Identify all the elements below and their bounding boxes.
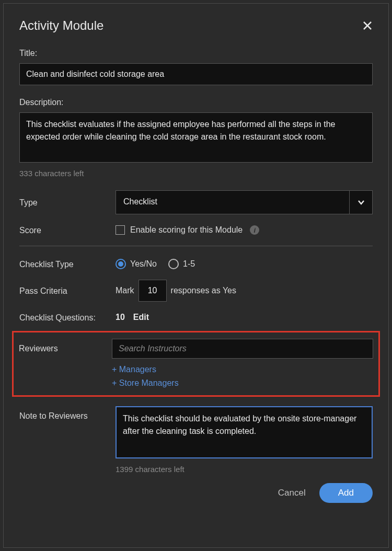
reviewers-row: Reviewers + Managers + Store Managers [19, 339, 373, 388]
reviewers-highlight: Reviewers + Managers + Store Managers [12, 331, 380, 397]
radio-icon [116, 259, 126, 269]
note-textarea[interactable] [116, 406, 373, 458]
enable-scoring-checkbox[interactable] [116, 225, 125, 235]
pass-criteria-row: Pass Criteria Mark responses as Yes [19, 280, 373, 302]
description-textarea[interactable] [19, 112, 373, 163]
description-chars-left: 333 characters left [19, 169, 373, 178]
checklist-questions-count: 10 [116, 313, 125, 322]
activity-module-modal: Activity Module Title: Description: 333 … [3, 3, 389, 548]
checklist-questions-row: Checklist Questions: 10 Edit [19, 312, 373, 323]
type-select[interactable]: Checklist [116, 190, 373, 214]
add-managers-link[interactable]: + Managers [112, 365, 373, 374]
reviewer-quick-links: + Managers + Store Managers [112, 365, 373, 388]
checklist-type-row: Checklist Type Yes/No 1-5 [19, 259, 373, 269]
enable-scoring-label: Enable scoring for this Module [130, 225, 243, 235]
chevron-down-icon [349, 191, 372, 214]
title-label: Title: [19, 49, 373, 58]
cancel-button[interactable]: Cancel [278, 488, 306, 498]
pass-criteria-suffix: responses as Yes [171, 286, 236, 295]
description-field: Description: 333 characters left [19, 98, 373, 178]
checklist-type-label: Checklist Type [19, 259, 116, 269]
radio-1-5[interactable]: 1-5 [168, 259, 195, 269]
score-label: Score [19, 225, 116, 235]
radio-yes-no[interactable]: Yes/No [116, 259, 157, 269]
radio-label-1-5: 1-5 [183, 259, 195, 269]
score-row: Score Enable scoring for this Module i [19, 225, 373, 235]
note-chars-left: 1399 characters left [116, 465, 373, 474]
info-icon[interactable]: i [250, 225, 259, 235]
score-checkbox-wrap: Enable scoring for this Module i [116, 225, 259, 235]
pass-criteria-input[interactable] [139, 280, 167, 302]
close-icon[interactable] [362, 20, 373, 31]
title-field: Title: [19, 49, 373, 85]
modal-header: Activity Module [19, 18, 373, 33]
pass-criteria-label: Pass Criteria [19, 285, 116, 296]
radio-label-yesno: Yes/No [130, 259, 157, 269]
radio-icon [168, 259, 179, 269]
checklist-type-radio-group: Yes/No 1-5 [116, 259, 195, 269]
reviewers-label: Reviewers [19, 339, 112, 353]
pass-criteria-prefix: Mark [116, 286, 134, 295]
note-label: Note to Reviewers [19, 406, 116, 421]
title-input[interactable] [19, 63, 373, 85]
modal-title: Activity Module [19, 18, 103, 33]
description-label: Description: [19, 98, 373, 107]
type-row: Type Checklist [19, 190, 373, 214]
edit-questions-link[interactable]: Edit [133, 313, 149, 322]
reviewers-search-input[interactable] [112, 339, 373, 359]
type-label: Type [19, 197, 116, 208]
checklist-questions-label: Checklist Questions: [19, 312, 116, 323]
note-row: Note to Reviewers 1399 characters left [19, 406, 373, 474]
add-store-managers-link[interactable]: + Store Managers [112, 378, 373, 388]
modal-footer: Cancel Add [19, 483, 373, 503]
type-select-value: Checklist [116, 191, 349, 214]
add-button[interactable]: Add [319, 483, 373, 503]
section-divider [19, 246, 373, 246]
